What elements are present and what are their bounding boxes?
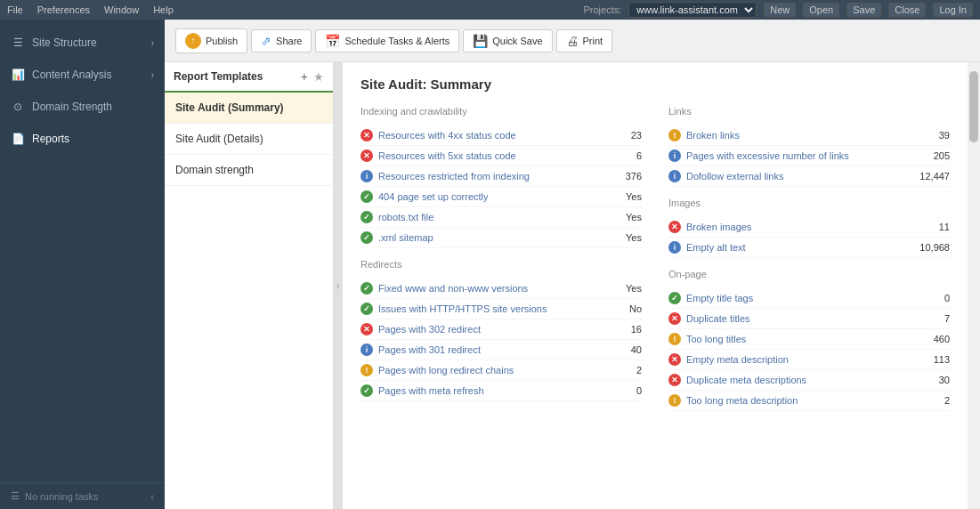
row-label[interactable]: Pages with excessive number of links: [686, 150, 909, 161]
row-value: 205: [914, 150, 950, 161]
row-value: 2: [606, 365, 642, 376]
row-label[interactable]: 404 page set up correctly: [378, 191, 601, 202]
no-tasks-label: No running tasks: [25, 491, 99, 502]
share-label: Share: [276, 36, 302, 46]
row-label[interactable]: Empty alt text: [686, 242, 909, 253]
section-indexing-title: Indexing and crawlability: [360, 106, 642, 118]
collapse-handle[interactable]: ‹: [334, 62, 343, 509]
menu-preferences[interactable]: Preferences: [37, 4, 90, 15]
content-area: ↑ Publish ⇗ Share 📅 Schedule Tasks & Ale…: [165, 20, 980, 509]
status-warn-icon: !: [668, 333, 681, 345]
add-template-icon[interactable]: +: [301, 69, 308, 84]
templates-header: Report Templates + ★: [165, 62, 333, 93]
table-row: ✓ Pages with meta refresh 0: [360, 381, 642, 401]
open-button[interactable]: Open: [803, 3, 839, 17]
templates-title: Report Templates: [174, 70, 296, 83]
status-ok-icon: ✓: [360, 190, 373, 203]
row-value: 0: [606, 385, 642, 396]
table-row: ✕ Pages with 302 redirect 16: [360, 319, 642, 340]
row-label[interactable]: Resources with 4xx status code: [378, 130, 601, 141]
table-row: ✕ Empty meta description 113: [668, 350, 950, 370]
chevron-right-icon-2: ›: [151, 70, 154, 80]
row-label[interactable]: Empty meta description: [686, 354, 909, 365]
publish-button[interactable]: ↑ Publish: [175, 28, 247, 53]
table-row: ✓ Empty title tags 0: [668, 288, 950, 309]
status-info-icon: i: [668, 149, 681, 162]
row-label[interactable]: Too long meta description: [686, 395, 909, 406]
close-button[interactable]: Close: [888, 3, 926, 17]
row-label[interactable]: Resources restricted from indexing: [378, 171, 601, 182]
section-images-title: Images: [668, 198, 950, 210]
template-item-domain-strength[interactable]: Domain strength: [165, 155, 333, 186]
star-icon[interactable]: ★: [313, 70, 324, 84]
row-label[interactable]: Duplicate titles: [686, 313, 909, 324]
scrollbar-thumb[interactable]: [969, 71, 978, 142]
table-row: ✕ Resources with 4xx status code 23: [360, 125, 642, 146]
new-button[interactable]: New: [764, 3, 796, 17]
row-label[interactable]: Pages with 302 redirect: [378, 324, 601, 335]
row-value: 376: [606, 171, 642, 182]
share-button[interactable]: ⇗ Share: [251, 29, 312, 53]
sidebar-item-site-structure[interactable]: ☰ Site Structure ›: [0, 27, 165, 59]
menu-help[interactable]: Help: [153, 4, 174, 15]
menu-window[interactable]: Window: [104, 4, 139, 15]
table-row: ! Too long meta description 2: [668, 391, 950, 411]
report-title: Site Audit: Summary: [360, 77, 950, 92]
row-label[interactable]: Too long titles: [686, 334, 909, 344]
sidebar-item-reports[interactable]: 📄 Reports: [0, 123, 165, 155]
row-label[interactable]: Resources with 5xx status code: [378, 150, 601, 161]
row-label[interactable]: Broken images: [686, 222, 909, 232]
sidebar-collapse-icon[interactable]: ‹: [150, 491, 154, 502]
table-row: ✓ .xml sitemap Yes: [360, 228, 642, 248]
row-label[interactable]: Issues with HTTP/HTTPS site versions: [378, 303, 601, 314]
row-label[interactable]: .xml sitemap: [378, 232, 601, 243]
save-button[interactable]: Save: [846, 3, 881, 17]
status-warn-icon: !: [360, 364, 373, 376]
schedule-button[interactable]: 📅 Schedule Tasks & Alerts: [315, 29, 459, 53]
report-panel: Site Audit: Summary Indexing and crawlab…: [343, 62, 968, 509]
report-columns: Indexing and crawlability ✕ Resources wi…: [360, 106, 950, 411]
table-row: ✓ robots.txt file Yes: [360, 207, 642, 228]
row-label[interactable]: Empty title tags: [686, 293, 909, 303]
section-links-title: Links: [668, 106, 950, 118]
login-button[interactable]: Log In: [933, 3, 973, 17]
menu-file[interactable]: File: [7, 4, 23, 15]
status-info-icon: i: [668, 241, 681, 254]
row-value: 0: [914, 293, 950, 303]
row-label[interactable]: Pages with 301 redirect: [378, 344, 601, 355]
table-row: ! Broken links 39: [668, 125, 950, 146]
section-onpage-title: On-page: [668, 269, 950, 281]
table-row: i Resources restricted from indexing 376: [360, 166, 642, 187]
status-ok-icon: ✓: [360, 211, 373, 223]
schedule-label: Schedule Tasks & Alerts: [344, 36, 450, 46]
row-value: 10,968: [914, 242, 950, 253]
template-item-site-audit-summary[interactable]: Site Audit (Summary): [165, 93, 333, 124]
table-row: i Dofollow external links 12,447: [668, 166, 950, 187]
row-label[interactable]: Pages with meta refresh: [378, 385, 601, 396]
table-row: ✓ Fixed www and non-www versions Yes: [360, 279, 642, 299]
sidebar-item-domain-strength[interactable]: ⊙ Domain Strength: [0, 91, 165, 123]
table-row: i Pages with 301 redirect 40: [360, 340, 642, 360]
row-label[interactable]: Fixed www and non-www versions: [378, 283, 601, 294]
row-label[interactable]: Pages with long redirect chains: [378, 365, 601, 376]
scrollbar[interactable]: [968, 62, 980, 509]
row-label[interactable]: robots.txt file: [378, 212, 601, 222]
save-icon: 💾: [473, 34, 488, 48]
sidebar-bottom: ☰ No running tasks ‹: [0, 482, 165, 509]
table-row: i Empty alt text 10,968: [668, 238, 950, 258]
row-label[interactable]: Duplicate meta descriptions: [686, 375, 909, 385]
top-toolbar: ↑ Publish ⇗ Share 📅 Schedule Tasks & Ale…: [165, 20, 980, 62]
section-redirects-title: Redirects: [360, 259, 642, 271]
row-value: 113: [914, 354, 950, 365]
row-value: 23: [606, 130, 642, 141]
quicksave-button[interactable]: 💾 Quick Save: [463, 29, 552, 53]
sidebar-item-content-analysis[interactable]: 📊 Content Analysis ›: [0, 59, 165, 91]
template-item-site-audit-details[interactable]: Site Audit (Details): [165, 124, 333, 155]
row-label[interactable]: Dofollow external links: [686, 171, 909, 182]
status-warn-icon: !: [668, 129, 681, 141]
print-button[interactable]: 🖨 Print: [556, 29, 613, 53]
project-dropdown[interactable]: www.link-assistant.com: [628, 2, 757, 18]
row-label[interactable]: Broken links: [686, 130, 909, 141]
row-value: Yes: [606, 283, 642, 294]
table-row: ! Too long titles 460: [668, 329, 950, 350]
